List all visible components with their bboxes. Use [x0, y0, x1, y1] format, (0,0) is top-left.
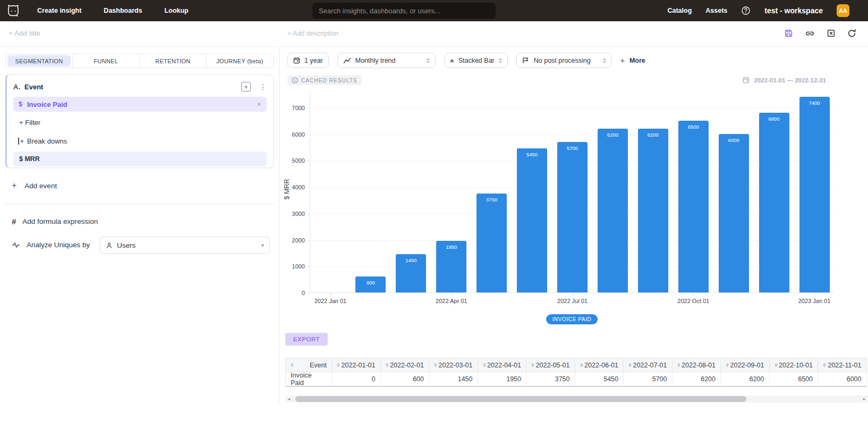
- workspace-name[interactable]: test - workspace: [764, 6, 823, 15]
- post-processing-select[interactable]: No post processing: [516, 53, 612, 68]
- sort-icon[interactable]: [434, 363, 437, 367]
- bar[interactable]: [476, 194, 507, 292]
- sort-icon[interactable]: [386, 363, 389, 367]
- app-logo-cat-icon[interactable]: [6, 4, 20, 17]
- table-header-cell[interactable]: 2022-05-01: [526, 358, 575, 372]
- y-tick-label: 6000: [283, 131, 305, 138]
- x-tick-mark: [330, 293, 331, 296]
- sort-icon[interactable]: [483, 363, 486, 367]
- table-header-cell[interactable]: 2022-11-01: [818, 358, 867, 372]
- x-tick-label: 2022 Jan 01: [314, 298, 347, 304]
- trend-select[interactable]: Monthly trend: [337, 53, 436, 68]
- sort-icon[interactable]: [337, 363, 340, 367]
- event-section-header: A. Event + ⋮: [13, 81, 267, 92]
- table-header-cell[interactable]: 2022-03-01: [429, 358, 478, 372]
- sort-icon[interactable]: [677, 363, 680, 367]
- x-tick-label: 2022 Oct 01: [677, 298, 709, 304]
- scroll-right-arrow[interactable]: ▸: [861, 396, 868, 403]
- user-avatar[interactable]: AA: [837, 4, 849, 17]
- scrollbar-track[interactable]: [293, 396, 861, 403]
- table-header-cell[interactable]: 2022-06-01: [575, 358, 624, 372]
- nav-lookup[interactable]: Lookup: [165, 7, 189, 14]
- help-icon[interactable]: [741, 6, 751, 15]
- results-table-header-row: Event2022-01-012022-02-012022-03-012022-…: [285, 358, 867, 372]
- nav-catalog[interactable]: Catalog: [667, 7, 692, 14]
- selected-event-row[interactable]: $ Invoice Paid ×: [13, 97, 267, 112]
- tab-funnel[interactable]: FUNNEL: [72, 54, 139, 68]
- dollar-event-icon: $: [19, 100, 22, 108]
- bar-value-label: 6000: [719, 137, 749, 143]
- breakdown-value-row[interactable]: $ MRR: [13, 152, 267, 166]
- refresh-icon[interactable]: [847, 29, 856, 38]
- table-header-cell[interactable]: 2022-09-01: [721, 358, 770, 372]
- bar[interactable]: [598, 129, 628, 292]
- header-action-icons: [784, 29, 856, 38]
- bar-value-label: 5450: [517, 152, 547, 157]
- bar[interactable]: [719, 134, 749, 292]
- y-tick-label: 1000: [283, 263, 305, 270]
- chart-type-select[interactable]: Stacked Bar: [444, 53, 508, 68]
- bar[interactable]: [517, 148, 547, 292]
- save-icon[interactable]: [784, 29, 793, 38]
- sort-icon[interactable]: [726, 363, 729, 367]
- y-tick-label: 7000: [283, 105, 305, 111]
- add-description-button[interactable]: + Add description: [287, 30, 338, 37]
- copy-link-icon[interactable]: [805, 29, 815, 38]
- table-header-cell[interactable]: 2022-02-01: [381, 358, 430, 372]
- bar[interactable]: [678, 121, 709, 292]
- duplicate-event-icon[interactable]: +: [241, 82, 251, 91]
- sort-icon[interactable]: [823, 363, 826, 367]
- table-value-cell: 3750: [526, 372, 575, 387]
- date-range-preset-button[interactable]: 1 year: [287, 53, 329, 68]
- global-search-input[interactable]: [312, 3, 496, 19]
- more-options-button[interactable]: + More: [620, 56, 645, 65]
- y-tick-label: 4000: [283, 184, 305, 190]
- export-image-icon[interactable]: [827, 29, 836, 38]
- table-header-cell[interactable]: 2022-10-01: [770, 358, 819, 372]
- analysis-tabbar: SEGMENTATION FUNNEL RETENTION JOURNEY (b…: [5, 54, 274, 68]
- chart-gridline: [310, 108, 834, 108]
- sort-icon[interactable]: [628, 363, 632, 367]
- bar-value-label: 6800: [759, 116, 789, 122]
- y-tick-mark: [308, 266, 310, 267]
- scroll-left-arrow[interactable]: ◂: [285, 396, 293, 403]
- remove-event-icon[interactable]: ×: [257, 100, 261, 108]
- table-header-cell[interactable]: 2022-01-01: [332, 358, 381, 372]
- y-tick-mark: [308, 161, 310, 161]
- bar[interactable]: [759, 113, 789, 292]
- select-chevrons-icon: [499, 58, 502, 63]
- add-event-button[interactable]: + Add event: [12, 181, 57, 190]
- cached-results-badge: CACHED RESULTS: [287, 76, 362, 85]
- event-options-icon[interactable]: ⋮: [259, 82, 267, 91]
- sort-icon[interactable]: [775, 363, 778, 367]
- bar[interactable]: [557, 142, 588, 292]
- sort-icon[interactable]: [291, 363, 294, 367]
- sort-icon[interactable]: [580, 363, 583, 367]
- export-button[interactable]: EXPORT: [285, 333, 328, 346]
- legend-item-invoice-paid[interactable]: INVOICE PAID: [546, 314, 598, 324]
- nav-assets[interactable]: Assets: [705, 7, 727, 14]
- selected-event-name: Invoice Paid: [27, 100, 67, 108]
- table-header-cell[interactable]: 2022-04-01: [478, 358, 527, 372]
- nav-dashboards[interactable]: Dashboards: [104, 7, 142, 14]
- breakdowns-button[interactable]: + Break downs: [13, 137, 267, 145]
- add-formula-button[interactable]: # Add formula expression: [12, 217, 98, 226]
- bar-chart-icon: [450, 57, 454, 64]
- chart-controls: 1 year Monthly trend Stacked Bar No post…: [287, 53, 645, 68]
- scrollbar-thumb[interactable]: [295, 396, 746, 402]
- tab-journey[interactable]: JOURNEY (beta): [206, 54, 273, 68]
- table-header-cell[interactable]: Event: [285, 358, 332, 372]
- sort-icon[interactable]: [531, 363, 534, 367]
- analyze-uniques-select[interactable]: Users ▾: [100, 237, 270, 254]
- bar[interactable]: [799, 97, 830, 292]
- bar[interactable]: [638, 129, 668, 292]
- table-value-cell: 5450: [575, 372, 624, 387]
- add-title-button[interactable]: + Add title: [8, 29, 40, 37]
- add-filter-button[interactable]: + Filter: [13, 119, 267, 127]
- tab-retention[interactable]: RETENTION: [139, 54, 206, 68]
- table-value-cell: 600: [381, 372, 430, 387]
- nav-create-insight[interactable]: Create insight: [37, 7, 81, 14]
- table-header-cell[interactable]: 2022-07-01: [624, 358, 673, 372]
- table-header-cell[interactable]: 2022-08-01: [673, 358, 721, 372]
- tab-segmentation[interactable]: SEGMENTATION: [6, 54, 72, 68]
